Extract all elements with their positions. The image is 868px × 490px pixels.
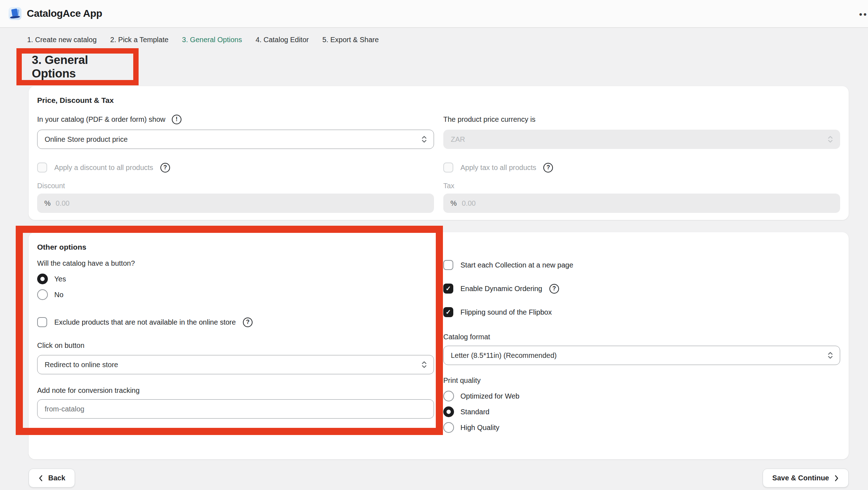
discount-input[interactable]: [56, 199, 427, 208]
flipping-sound-checkbox[interactable]: ✓: [443, 307, 453, 317]
dynamic-ordering-checkbox-row[interactable]: ✓ Enable Dynamic Ordering ?: [443, 284, 840, 294]
other-section-title: Other options: [37, 243, 434, 251]
yes-radio-label: Yes: [54, 275, 66, 283]
click-action-select[interactable]: Redirect to online store: [37, 355, 434, 374]
price-discount-tax-card: Price, Discount & Tax In your catalog (P…: [29, 86, 849, 220]
currency-label-row: The product price currency is: [443, 114, 840, 125]
tax-input[interactable]: [462, 199, 833, 208]
high-quality-label: High Quality: [460, 424, 499, 432]
start-collection-label: Start each Collection at a new page: [460, 261, 573, 269]
start-collection-checkbox-row[interactable]: Start each Collection at a new page: [443, 260, 840, 270]
note-input-wrap: [37, 399, 434, 419]
select-chevron-icon: [421, 135, 427, 144]
help-icon[interactable]: ?: [243, 318, 253, 327]
percent-prefix: %: [450, 199, 457, 208]
step-general-options[interactable]: 3. General Options: [182, 36, 242, 44]
high-quality-radio[interactable]: [443, 422, 454, 433]
standard-label: Standard: [460, 408, 489, 416]
save-continue-label: Save & Continue: [772, 474, 829, 482]
tax-field-label: Tax: [443, 182, 840, 190]
button-no-radio-row[interactable]: No: [37, 289, 434, 300]
tax-input-wrap: %: [443, 194, 840, 213]
flipping-sound-checkbox-row[interactable]: ✓ Flipping sound of the Flipbox: [443, 307, 840, 317]
quality-web-radio-row[interactable]: Optimized for Web: [443, 391, 840, 401]
step-create-new-catalog[interactable]: 1. Create new catalog: [27, 36, 97, 44]
help-icon[interactable]: ?: [549, 284, 559, 294]
chevron-left-icon: [38, 475, 43, 482]
no-radio-label: No: [54, 291, 64, 299]
start-collection-checkbox[interactable]: [443, 260, 453, 270]
quality-high-radio-row[interactable]: High Quality: [443, 422, 840, 433]
page-title: 3. General Options: [32, 53, 133, 80]
optimized-for-web-radio[interactable]: [443, 391, 454, 401]
flipping-sound-label: Flipping sound of the Flipbox: [460, 308, 552, 316]
select-chevron-icon: [421, 360, 427, 369]
help-icon[interactable]: ?: [160, 163, 170, 172]
overflow-menu-icon[interactable]: ••: [859, 9, 868, 19]
discount-field-label: Discount: [37, 182, 434, 190]
step-export-share[interactable]: 5. Export & Share: [322, 36, 379, 44]
other-right-column: Start each Collection at a new page ✓ En…: [443, 243, 840, 433]
chevron-right-icon: [834, 475, 839, 482]
app-logo-icon: [9, 7, 21, 20]
yes-radio[interactable]: [37, 274, 48, 284]
select-chevron-icon: [827, 135, 833, 144]
apply-tax-checkbox-row[interactable]: Apply tax to all products ?: [443, 162, 840, 172]
quality-standard-radio-row[interactable]: Standard: [443, 406, 840, 417]
exclude-products-checkbox[interactable]: [37, 317, 47, 327]
button-question-label: Will the catalog have a button?: [37, 259, 135, 268]
apply-discount-checkbox[interactable]: [37, 162, 47, 172]
app-title: CatalogAce App: [27, 8, 102, 19]
price-right-column: The product price currency is ZAR Apply …: [443, 105, 840, 213]
apply-tax-checkbox[interactable]: [443, 162, 453, 172]
standard-radio[interactable]: [443, 406, 454, 417]
discount-input-wrap: %: [37, 194, 434, 213]
other-left-column: Other options Will the catalog have a bu…: [37, 243, 434, 433]
price-section-title: Price, Discount & Tax: [37, 96, 840, 105]
dynamic-ordering-label: Enable Dynamic Ordering: [460, 285, 542, 293]
optimized-for-web-label: Optimized for Web: [460, 392, 519, 400]
catalog-format-label-row: Catalog format: [443, 331, 840, 342]
logo-swoosh-shape: [10, 16, 20, 19]
catalog-format-select[interactable]: Letter (8.5*11in) (Recommended): [443, 346, 840, 365]
note-label: Add note for conversion tracking: [37, 386, 140, 395]
dynamic-ordering-checkbox[interactable]: ✓: [443, 284, 453, 294]
logo-page-shape: [11, 9, 18, 16]
exclude-products-label: Exclude products that are not available …: [54, 318, 236, 326]
apply-discount-checkbox-row[interactable]: Apply a discount to all products ?: [37, 162, 434, 172]
catalog-format-select-value: Letter (8.5*11in) (Recommended): [451, 351, 557, 360]
apply-discount-label: Apply a discount to all products: [54, 164, 153, 172]
print-quality-label: Print quality: [443, 376, 481, 385]
show-price-label-row: In your catalog (PDF & order form) show …: [37, 114, 434, 125]
no-radio[interactable]: [37, 289, 48, 300]
currency-label: The product price currency is: [443, 115, 535, 124]
apply-tax-label: Apply tax to all products: [460, 164, 536, 172]
save-continue-button[interactable]: Save & Continue: [763, 469, 849, 488]
step-catalog-editor[interactable]: 4. Catalog Editor: [255, 36, 309, 44]
currency-select-value: ZAR: [451, 135, 465, 144]
heading-annotation-red-box: 3. General Options: [16, 48, 139, 85]
back-button[interactable]: Back: [29, 469, 75, 488]
catalog-format-label: Catalog format: [443, 333, 490, 341]
app-header: CatalogAce App ••: [0, 0, 868, 28]
percent-prefix: %: [44, 199, 51, 208]
back-button-label: Back: [48, 474, 65, 482]
help-icon[interactable]: ?: [543, 163, 553, 172]
show-price-select-value: Online Store product price: [45, 135, 128, 144]
footer-actions: Back Save & Continue: [29, 469, 849, 488]
show-price-label: In your catalog (PDF & order form) show: [37, 115, 165, 124]
select-chevron-icon: [827, 351, 833, 360]
step-pick-a-template[interactable]: 2. Pick a Template: [110, 36, 169, 44]
exclude-products-checkbox-row[interactable]: Exclude products that are not available …: [37, 317, 434, 327]
print-quality-label-row: Print quality: [443, 375, 840, 386]
click-action-select-value: Redirect to online store: [45, 361, 118, 369]
price-left-column: In your catalog (PDF & order form) show …: [37, 105, 434, 213]
note-label-row: Add note for conversion tracking: [37, 385, 434, 396]
conversion-note-input[interactable]: [45, 405, 426, 413]
other-options-card: Other options Will the catalog have a bu…: [29, 232, 849, 459]
button-yes-radio-row[interactable]: Yes: [37, 274, 434, 284]
info-icon[interactable]: !: [172, 115, 181, 124]
show-price-select[interactable]: Online Store product price: [37, 130, 434, 149]
click-on-button-label: Click on button: [37, 341, 84, 350]
currency-select[interactable]: ZAR: [443, 130, 840, 149]
